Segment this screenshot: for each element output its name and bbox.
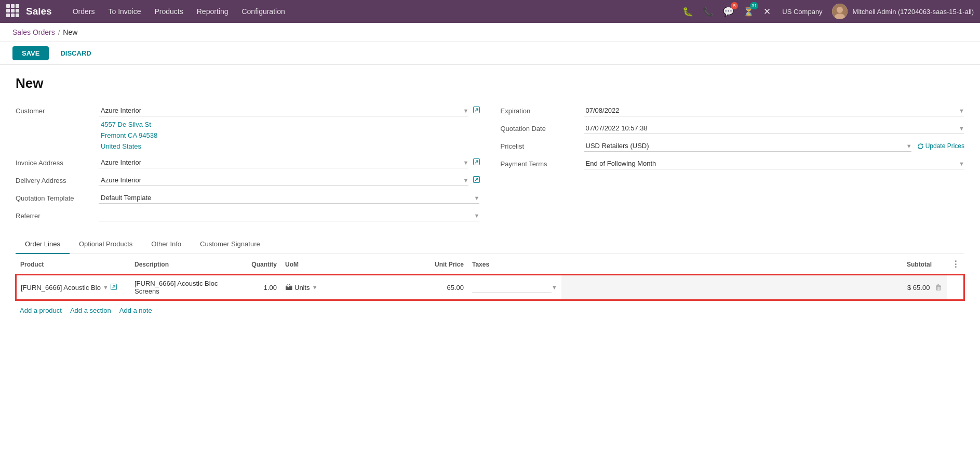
save-button[interactable]: SAVE (12, 46, 49, 60)
update-prices-button[interactable]: Update Prices (917, 142, 964, 150)
pricelist-value-wrap: ▼ Update Prices (584, 140, 965, 152)
chat-icon-btn[interactable]: 💬 5 (721, 4, 736, 19)
tab-customer-signature[interactable]: Customer Signature (191, 235, 270, 254)
tab-order-lines[interactable]: Order Lines (16, 235, 70, 254)
add-product-link[interactable]: Add a product (20, 307, 62, 314)
delete-row-icon[interactable]: 🗑 (935, 283, 942, 291)
customer-field-row: Customer ▼ (16, 102, 480, 120)
payment-terms-value-wrap: ▼ (584, 158, 965, 169)
phone-icon-btn[interactable]: 📞 (701, 4, 716, 19)
delivery-address-input[interactable] (99, 175, 468, 186)
col-product: Product (16, 254, 130, 275)
col-unit-price: Unit Price (416, 254, 468, 275)
col-description: Description (130, 254, 234, 275)
order-table: Product Description Quantity UoM Unit Pr… (16, 254, 964, 300)
product-dropdown-arrow[interactable]: ▼ (103, 284, 109, 290)
delivery-address-external-link[interactable] (473, 176, 480, 184)
chat-badge: 5 (731, 2, 738, 9)
delivery-address-value-wrap: ▼ (99, 175, 480, 186)
username: Mitchell Admin (17204063-saas-15-1-all) (853, 8, 974, 16)
quotation-date-label: Quotation Date (501, 123, 584, 132)
customer-input[interactable] (99, 105, 468, 116)
quotation-date-value-wrap: ▼ (584, 123, 965, 134)
customer-label: Customer (16, 105, 99, 115)
customer-value-wrap: ▼ (99, 105, 480, 116)
add-section-link[interactable]: Add a section (70, 307, 111, 314)
referrer-field-row: Referrer ▼ (16, 207, 480, 224)
product-external-link[interactable] (111, 284, 117, 291)
col-subtotal: Subtotal (561, 254, 947, 275)
uom-dropdown-arrow[interactable]: ▼ (312, 284, 318, 290)
customer-address: 4557 De Silva St Fremont CA 94538 United… (16, 120, 480, 152)
apps-grid-icon[interactable] (6, 4, 21, 19)
product-cell: [FURN_6666] Acoustic Blo ▼ (16, 275, 130, 300)
clock-icon-btn[interactable]: ⏳ 31 (741, 4, 756, 19)
nav-products[interactable]: Products (149, 5, 190, 18)
unit-price-cell[interactable]: 65.00 (416, 275, 468, 300)
subtotal-cell: $ 65.00 🗑 (561, 275, 947, 300)
tab-optional-products[interactable]: Optional Products (70, 235, 142, 254)
quotation-template-input[interactable] (99, 192, 479, 204)
invoice-address-external-link[interactable] (473, 158, 480, 167)
address-line2: Fremont CA 94538 (101, 130, 480, 141)
payment-terms-label: Payment Terms (501, 158, 584, 168)
top-navigation: Sales Orders To Invoice Products Reporti… (0, 0, 980, 23)
company-name[interactable]: US Company (782, 8, 822, 16)
quotation-date-input[interactable] (584, 123, 964, 134)
delivery-address-field-row: Delivery Address ▼ (16, 171, 480, 189)
col-more-icon[interactable]: ⋮ (951, 260, 960, 269)
taxes-input[interactable] (472, 282, 552, 293)
action-bar: SAVE DISCARD (0, 42, 980, 65)
nav-to-invoice[interactable]: To Invoice (102, 5, 147, 18)
clock-badge: 31 (750, 2, 758, 9)
referrer-input[interactable] (99, 210, 479, 221)
breadcrumb-current: New (63, 28, 77, 36)
col-quantity: Quantity (234, 254, 281, 275)
description-cell[interactable]: [FURN_6666] Acoustic Bloc Screens (130, 275, 234, 300)
form-grid: Customer ▼ 4557 De Silva St Fremont CA 9… (16, 102, 964, 224)
tab-other-info[interactable]: Other Info (142, 235, 191, 254)
discard-button[interactable]: DISCARD (53, 46, 98, 60)
form-left: Customer ▼ 4557 De Silva St Fremont CA 9… (16, 102, 480, 224)
bug-icon-btn[interactable]: 🐛 (680, 4, 695, 19)
taxes-dropdown-arrow[interactable]: ▼ (552, 284, 557, 290)
customer-external-link[interactable] (473, 107, 480, 115)
table-row: [FURN_6666] Acoustic Blo ▼ [FURN_6666] A… (16, 275, 964, 300)
invoice-address-input[interactable] (99, 157, 468, 168)
uom-value: Units (294, 284, 310, 291)
pricelist-field-row: Pricelist ▼ Update Prices (501, 137, 965, 155)
quantity-cell[interactable]: 1.00 (234, 275, 281, 300)
payment-terms-field-row: Payment Terms ▼ (501, 155, 965, 173)
topnav-icons: 🐛 📞 💬 5 ⏳ 31 ✕ US Company Mitchell Admin… (680, 4, 974, 19)
tabs-bar: Order Lines Optional Products Other Info… (16, 235, 964, 254)
add-note-link[interactable]: Add a note (119, 307, 152, 314)
expiration-label: Expiration (501, 105, 584, 115)
update-prices-label: Update Prices (925, 142, 964, 150)
pricelist-label: Pricelist (501, 140, 584, 150)
app-brand[interactable]: Sales (26, 6, 52, 17)
form-right: Expiration ▼ Quotation Date ▼ Pricelist (501, 102, 965, 224)
nav-reporting[interactable]: Reporting (191, 5, 235, 18)
expiration-input[interactable] (584, 105, 964, 116)
col-taxes: Taxes (468, 254, 561, 275)
pricelist-input[interactable] (584, 140, 911, 152)
expiration-value-wrap: ▼ (584, 105, 965, 116)
breadcrumb-separator: / (58, 29, 60, 36)
referrer-label: Referrer (16, 210, 99, 220)
quotation-template-label: Quotation Template (16, 192, 99, 202)
payment-terms-input[interactable] (584, 158, 964, 169)
tool-icon-btn[interactable]: ✕ (761, 4, 773, 19)
quotation-template-field-row: Quotation Template ▼ (16, 189, 480, 207)
delivery-address-label: Delivery Address (16, 175, 99, 184)
address-line1: 4557 De Silva St (101, 120, 480, 130)
nav-orders[interactable]: Orders (66, 5, 101, 18)
quotation-template-value-wrap: ▼ (99, 192, 480, 204)
nav-configuration[interactable]: Configuration (235, 5, 291, 18)
add-links: Add a product Add a section Add a note (16, 304, 964, 316)
quantity-value: 1.00 (264, 284, 277, 291)
breadcrumb-parent[interactable]: Sales Orders (12, 28, 55, 36)
taxes-cell: ▼ (468, 275, 561, 300)
col-uom: UoM (281, 254, 416, 275)
quotation-date-field-row: Quotation Date ▼ (501, 120, 965, 137)
user-avatar[interactable] (832, 4, 848, 19)
